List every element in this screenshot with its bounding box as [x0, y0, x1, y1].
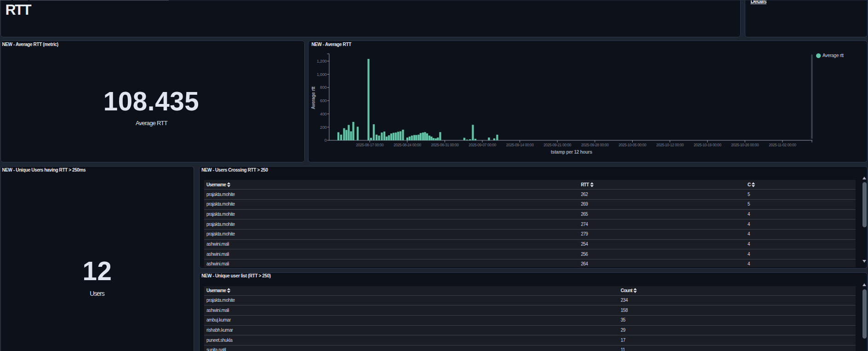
svg-text:2025-08-31 00:00: 2025-08-31 00:00: [431, 143, 459, 147]
svg-text:2025-09-28 00:00: 2025-09-28 00:00: [581, 143, 609, 147]
svg-text:2025-10-05 00:00: 2025-10-05 00:00: [619, 143, 647, 147]
svg-text:2025-10-12 00:00: 2025-10-12 00:00: [656, 143, 684, 147]
svg-text:2025-08-17 00:00: 2025-08-17 00:00: [356, 143, 384, 147]
svg-text:Average rtt: Average rtt: [311, 86, 316, 109]
svg-text:1,200: 1,200: [317, 59, 327, 63]
svg-text:2025-09-14 00:00: 2025-09-14 00:00: [506, 143, 534, 147]
svg-text:400: 400: [320, 112, 327, 116]
svg-text:600: 600: [320, 98, 327, 103]
svg-text:2025-11-02 00:00: 2025-11-02 00:00: [769, 143, 796, 147]
svg-text:2025-09-21 00:00: 2025-09-21 00:00: [543, 143, 571, 147]
svg-text:1,000: 1,000: [317, 72, 327, 77]
svg-text:200: 200: [320, 125, 327, 130]
svg-text:2025-08-24 00:00: 2025-08-24 00:00: [394, 143, 422, 147]
svg-text:0: 0: [325, 138, 327, 143]
svg-text:tstamp per 12 hours: tstamp per 12 hours: [551, 150, 593, 155]
svg-text:2025-09-07 00:00: 2025-09-07 00:00: [468, 143, 497, 147]
svg-text:Average rtt: Average rtt: [822, 53, 844, 58]
svg-text:2025-10-26 00:00: 2025-10-26 00:00: [731, 143, 759, 147]
svg-text:800: 800: [320, 85, 327, 90]
svg-text:2025-10-19 00:00: 2025-10-19 00:00: [694, 143, 722, 147]
